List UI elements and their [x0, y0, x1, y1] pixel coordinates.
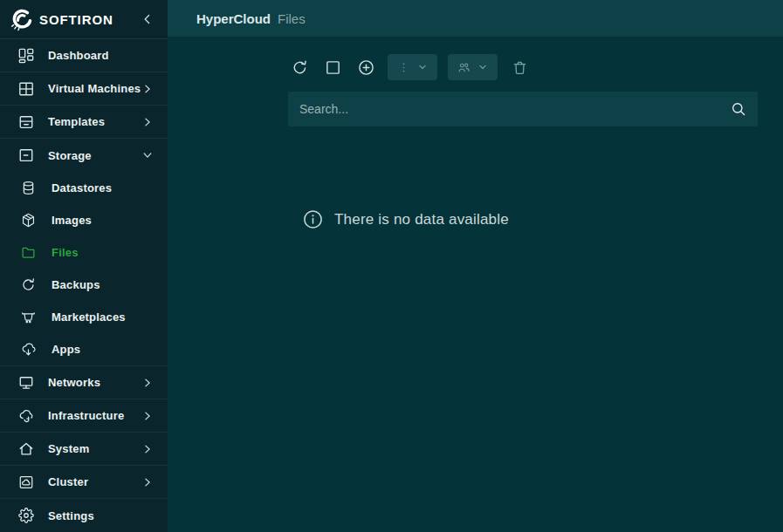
sidebar-item-cluster[interactable]: Cluster	[0, 466, 168, 499]
storage-submenu: Datastores Images Files	[0, 172, 168, 366]
sidebar-item-backups[interactable]: Backups	[0, 269, 168, 301]
templates-icon	[18, 114, 34, 130]
sidebar-item-label: Marketplaces	[52, 310, 154, 324]
sidebar-item-label: Apps	[52, 343, 154, 356]
backups-icon	[21, 277, 36, 292]
square-icon	[325, 59, 341, 76]
sidebar-item-infrastructure[interactable]: Infrastructure	[0, 399, 168, 433]
sidebar-item-system[interactable]: System	[0, 433, 168, 466]
logo-bar: SOFTIRON	[0, 0, 168, 39]
refresh-button[interactable]	[288, 56, 311, 78]
users-icon	[457, 61, 470, 74]
sidebar-item-apps[interactable]: Apps	[0, 333, 168, 365]
sidebar-item-label: Datastores	[52, 181, 154, 194]
search-bar	[288, 92, 758, 126]
files-icon	[21, 245, 36, 260]
sidebar-item-label: Settings	[48, 509, 154, 522]
empty-state: There is no data available	[303, 209, 783, 229]
sidebar-item-dashboard[interactable]: Dashboard	[0, 39, 168, 72]
breadcrumb: HyperCloud Files	[168, 0, 783, 37]
images-icon	[21, 213, 36, 228]
chevron-right-icon	[141, 83, 154, 95]
sidebar-item-label: Templates	[48, 115, 141, 128]
ellipsis-vertical-icon	[397, 61, 410, 74]
sidebar-item-files[interactable]: Files	[0, 236, 168, 269]
sidebar-item-settings[interactable]: Settings	[0, 499, 168, 532]
system-icon	[18, 441, 34, 457]
add-button[interactable]	[354, 56, 377, 78]
chevron-right-icon	[141, 410, 154, 422]
networks-icon	[18, 375, 34, 391]
apps-icon	[21, 342, 36, 357]
delete-button[interactable]	[508, 56, 531, 78]
ownership-dropdown[interactable]	[448, 54, 498, 80]
sidebar-item-label: Cluster	[48, 475, 141, 488]
storage-icon	[18, 147, 34, 163]
refresh-icon	[292, 59, 308, 76]
softiron-dragon-icon	[9, 7, 33, 31]
select-button[interactable]	[321, 56, 344, 78]
sidebar-item-datastores[interactable]: Datastores	[0, 172, 168, 204]
sidebar-item-storage[interactable]: Storage	[0, 139, 168, 172]
info-circle-icon	[303, 209, 323, 229]
chevron-down-icon	[141, 149, 154, 161]
virtual-machines-icon	[18, 81, 34, 97]
chevron-down-icon	[477, 62, 488, 72]
sidebar-item-label: System	[48, 442, 141, 455]
chevron-down-icon	[417, 62, 428, 72]
sidebar-item-label: Dashboard	[48, 49, 154, 62]
toolbar	[288, 54, 758, 80]
trash-icon	[512, 59, 528, 76]
main-area: HyperCloud Files	[168, 0, 783, 532]
chevron-left-icon[interactable]	[141, 12, 155, 26]
sidebar-item-templates[interactable]: Templates	[0, 106, 168, 139]
empty-state-message: There is no data available	[334, 211, 509, 228]
more-actions-dropdown[interactable]	[388, 54, 437, 80]
breadcrumb-page: Files	[278, 11, 306, 26]
sidebar-item-images[interactable]: Images	[0, 204, 168, 236]
marketplaces-icon	[21, 310, 36, 324]
sidebar-item-virtual-machines[interactable]: Virtual Machines	[0, 72, 168, 106]
logo-text: SOFTIRON	[39, 12, 141, 27]
chevron-right-icon	[141, 443, 154, 455]
chevron-right-icon	[141, 377, 154, 389]
chevron-right-icon	[141, 476, 154, 488]
sidebar-item-label: Files	[52, 246, 154, 259]
sidebar-item-label: Virtual Machines	[48, 82, 141, 95]
sidebar-item-networks[interactable]: Networks	[0, 366, 168, 399]
cluster-icon	[18, 474, 34, 490]
plus-circle-icon	[358, 59, 374, 76]
sidebar-item-label: Networks	[48, 376, 141, 389]
infrastructure-icon	[18, 408, 34, 424]
sidebar-item-marketplaces[interactable]: Marketplaces	[0, 301, 168, 333]
sidebar: SOFTIRON Dashboard Virtual Machines	[0, 0, 168, 532]
sidebar-item-label: Storage	[48, 149, 141, 162]
sidebar-item-label: Images	[52, 214, 154, 227]
sidebar-item-label: Backups	[52, 278, 154, 291]
dashboard-icon	[18, 48, 34, 64]
chevron-right-icon	[141, 116, 154, 128]
breadcrumb-app: HyperCloud	[196, 11, 271, 26]
search-input[interactable]	[299, 102, 731, 116]
settings-icon	[18, 508, 34, 523]
datastores-icon	[21, 181, 36, 195]
sidebar-item-label: Infrastructure	[48, 409, 141, 422]
search-icon[interactable]	[731, 101, 746, 117]
